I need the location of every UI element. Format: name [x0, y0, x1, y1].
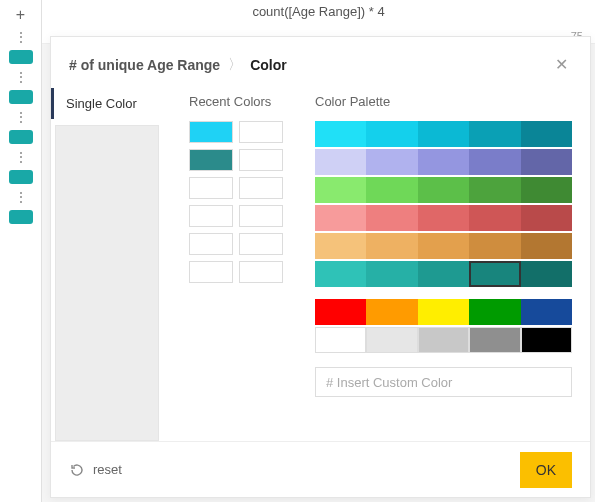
palette-color-swatch[interactable] — [315, 205, 366, 231]
palette-color-swatch[interactable] — [521, 149, 572, 175]
close-icon[interactable]: ✕ — [551, 51, 572, 78]
palette-color-swatch[interactable] — [469, 261, 520, 287]
palette-color-swatch[interactable] — [315, 233, 366, 259]
recent-color-swatch[interactable] — [189, 177, 233, 199]
tab-single-color[interactable]: Single Color — [51, 88, 171, 119]
basic-color-swatch[interactable] — [315, 299, 366, 325]
recent-color-swatch[interactable] — [189, 261, 233, 283]
palette-color-swatch[interactable] — [315, 121, 366, 147]
palette-color-swatch[interactable] — [418, 205, 469, 231]
add-icon[interactable]: + — [12, 6, 30, 24]
recent-color-swatch[interactable] — [189, 149, 233, 171]
basic-colors-grid — [315, 299, 572, 353]
recent-color-swatch[interactable] — [189, 233, 233, 255]
palette-color-swatch[interactable] — [366, 121, 417, 147]
field-pill[interactable] — [9, 90, 33, 104]
more-icon[interactable]: ⋮ — [14, 30, 28, 44]
breadcrumb-last: Color — [250, 57, 287, 73]
breadcrumb-first[interactable]: # of unique Age Range — [69, 57, 220, 73]
field-pill[interactable] — [9, 50, 33, 64]
palette-color-swatch[interactable] — [366, 177, 417, 203]
recent-colors-grid — [189, 121, 297, 283]
basic-color-swatch[interactable] — [418, 327, 469, 353]
left-sidebar: + ⋮ ⋮ ⋮ ⋮ ⋮ — [0, 0, 42, 502]
field-pill[interactable] — [9, 130, 33, 144]
recent-colors-title: Recent Colors — [189, 94, 297, 109]
palette-color-swatch[interactable] — [418, 233, 469, 259]
basic-color-swatch[interactable] — [315, 327, 366, 353]
more-icon[interactable]: ⋮ — [14, 190, 28, 204]
palette-color-swatch[interactable] — [469, 177, 520, 203]
color-dialog: # of unique Age Range 〉 Color ✕ Single C… — [50, 36, 591, 498]
basic-color-swatch[interactable] — [418, 299, 469, 325]
recent-color-swatch[interactable] — [239, 205, 283, 227]
basic-color-swatch[interactable] — [469, 327, 520, 353]
palette-color-swatch[interactable] — [315, 261, 366, 287]
field-pill[interactable] — [9, 210, 33, 224]
palette-color-swatch[interactable] — [521, 233, 572, 259]
breadcrumb: # of unique Age Range 〉 Color — [69, 56, 287, 74]
more-icon[interactable]: ⋮ — [14, 70, 28, 84]
palette-color-swatch[interactable] — [469, 205, 520, 231]
palette-color-swatch[interactable] — [366, 233, 417, 259]
palette-color-swatch[interactable] — [521, 261, 572, 287]
reset-button[interactable]: reset — [69, 462, 122, 478]
left-panel: Single Color — [51, 88, 171, 441]
recent-color-swatch[interactable] — [239, 177, 283, 199]
palette-color-swatch[interactable] — [366, 261, 417, 287]
dialog-body: Single Color Recent Colors Color Palette — [51, 88, 590, 441]
custom-color-input[interactable] — [315, 367, 572, 397]
palette-color-swatch[interactable] — [315, 177, 366, 203]
palette-title: Color Palette — [315, 94, 572, 109]
basic-color-swatch[interactable] — [366, 299, 417, 325]
basic-color-swatch[interactable] — [469, 299, 520, 325]
palette-color-swatch[interactable] — [418, 121, 469, 147]
palette-color-swatch[interactable] — [521, 177, 572, 203]
recent-color-swatch[interactable] — [239, 149, 283, 171]
reset-icon — [69, 462, 85, 478]
dialog-footer: reset OK — [51, 441, 590, 497]
more-icon[interactable]: ⋮ — [14, 110, 28, 124]
recent-panel: Recent Colors — [171, 88, 311, 441]
palette-color-swatch[interactable] — [418, 177, 469, 203]
palette-color-swatch[interactable] — [521, 121, 572, 147]
chevron-right-icon: 〉 — [228, 56, 242, 74]
palette-color-swatch[interactable] — [418, 261, 469, 287]
palette-color-swatch[interactable] — [315, 149, 366, 175]
formula-text: count([Age Range]) * 4 — [252, 4, 384, 19]
palette-color-swatch[interactable] — [469, 149, 520, 175]
palette-color-swatch[interactable] — [418, 149, 469, 175]
palette-color-swatch[interactable] — [366, 149, 417, 175]
recent-color-swatch[interactable] — [239, 261, 283, 283]
palette-grid — [315, 121, 572, 287]
palette-color-swatch[interactable] — [521, 205, 572, 231]
recent-color-swatch[interactable] — [239, 121, 283, 143]
more-icon[interactable]: ⋮ — [14, 150, 28, 164]
basic-color-swatch[interactable] — [521, 299, 572, 325]
ok-button[interactable]: OK — [520, 452, 572, 488]
palette-color-swatch[interactable] — [469, 233, 520, 259]
palette-color-swatch[interactable] — [469, 121, 520, 147]
palette-panel: Color Palette — [311, 88, 572, 441]
color-preview — [55, 125, 159, 441]
palette-color-swatch[interactable] — [366, 205, 417, 231]
dialog-header: # of unique Age Range 〉 Color ✕ — [51, 37, 590, 88]
basic-color-swatch[interactable] — [521, 327, 572, 353]
recent-color-swatch[interactable] — [189, 121, 233, 143]
basic-color-swatch[interactable] — [366, 327, 417, 353]
recent-color-swatch[interactable] — [239, 233, 283, 255]
reset-label: reset — [93, 462, 122, 477]
recent-color-swatch[interactable] — [189, 205, 233, 227]
field-pill[interactable] — [9, 170, 33, 184]
